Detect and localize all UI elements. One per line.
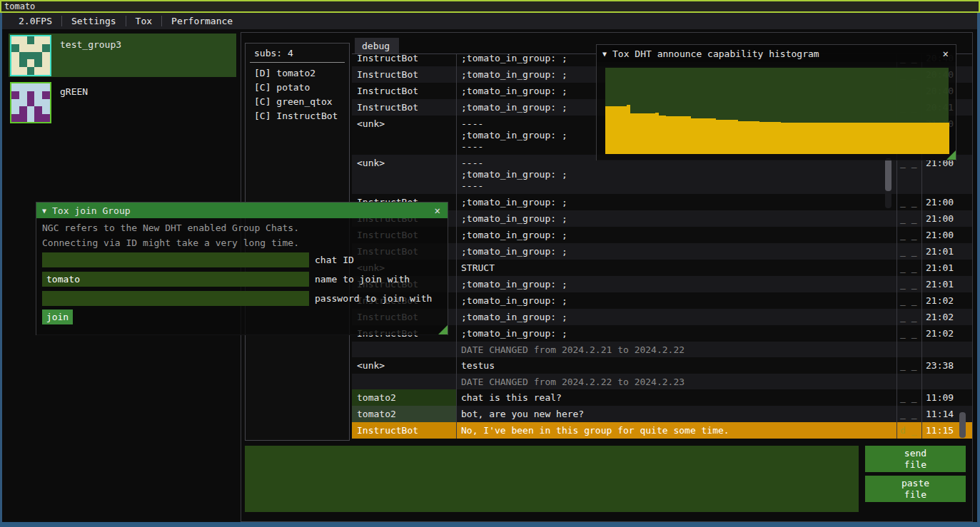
collapse-arrow-icon[interactable]: ▼	[602, 50, 607, 58]
avatar-pixel	[11, 44, 19, 52]
message-text-cell: bot, are you new here?	[456, 406, 896, 422]
message-text-cell: ;tomato_in_group: ;	[456, 276, 896, 292]
message-scrollbar-thumb[interactable]	[885, 158, 891, 191]
join-button[interactable]: join	[42, 309, 73, 324]
group-avatar	[10, 35, 51, 76]
avatar-pixel	[11, 36, 19, 44]
message-text-cell: testus	[456, 357, 896, 374]
message-time-cell: 21:01	[921, 260, 972, 276]
message-time-cell: 21:00	[921, 155, 972, 194]
paste-file-label-line1: paste	[901, 478, 929, 489]
sender-name-cell: <unk>	[352, 155, 456, 194]
group-item-test_group3[interactable]: test_group3	[9, 34, 236, 77]
sender-name-cell: InstructBot	[352, 54, 456, 66]
sender-name-cell: <unk>	[352, 357, 456, 374]
resize-grip[interactable]	[438, 325, 448, 334]
message-time-cell: 21:00	[921, 210, 972, 227]
close-icon[interactable]: ✕	[433, 205, 442, 216]
join-description-line1: NGC refers to the New DHT enabled Group …	[42, 222, 299, 233]
message-status-cell: _ _	[896, 406, 921, 422]
frame-edge-bottom	[0, 522, 980, 527]
avatar-pixel	[34, 99, 42, 107]
join-group-window-header[interactable]: ▼ Tox join Group ✕	[36, 203, 448, 218]
message-text-cell: ;tomato_in_group: ;	[456, 325, 896, 342]
message-time-cell: 23:38	[921, 357, 972, 374]
join-input-password-to-join-with[interactable]	[42, 291, 309, 306]
avatar-pixel	[34, 59, 42, 67]
avatar-pixel	[19, 114, 27, 122]
avatar-pixel	[27, 83, 35, 91]
message-status-cell: _ _	[896, 309, 921, 325]
dht-histogram-plot	[605, 68, 949, 154]
avatar-pixel	[27, 67, 35, 75]
date-changed-row: DATE CHANGED from 2024.2.21 to 2024.2.22	[352, 342, 972, 357]
avatar-pixel	[27, 99, 35, 107]
message-text-cell: ;tomato_in_group: ;	[456, 210, 896, 227]
menu-item-settings[interactable]: Settings	[62, 13, 126, 29]
fps-indicator: 2.0FPS	[9, 13, 61, 29]
table-scrollbar-thumb[interactable]	[959, 412, 966, 438]
chat-message-row: <unk>testus_ _23:38	[352, 357, 972, 374]
avatar-pixel	[19, 44, 27, 52]
message-status-cell: _ _	[896, 260, 921, 276]
os-titlebar: tomato	[0, 0, 980, 13]
avatar-pixel	[11, 59, 19, 67]
message-input[interactable]	[245, 446, 859, 512]
message-text-cell: ;tomato_in_group: ;	[456, 292, 896, 309]
frame-edge-right	[977, 13, 980, 522]
paste-file-button[interactable]: paste file	[865, 476, 966, 502]
group-item-gREEN[interactable]: gREEN	[9, 81, 236, 124]
avatar-pixel	[19, 106, 27, 114]
message-status-cell: _ _	[896, 292, 921, 309]
resize-grip[interactable]	[946, 150, 956, 160]
group-avatar	[10, 82, 51, 123]
avatar-pixel	[34, 36, 42, 44]
avatar-pixel	[42, 106, 50, 114]
menu-item-performance[interactable]: Performance	[162, 13, 242, 29]
subs-member-item[interactable]: [C] potato	[246, 80, 349, 94]
avatar-pixel	[34, 114, 42, 122]
avatar-pixel	[42, 59, 50, 67]
avatar-pixel	[34, 67, 42, 75]
message-text-cell: ;tomato_in_group: ;	[456, 309, 896, 325]
column-separator-name	[456, 54, 457, 439]
send-file-button[interactable]: send file	[865, 446, 966, 472]
message-time-cell: 21:02	[921, 309, 972, 325]
avatar-pixel	[34, 106, 42, 114]
subs-member-item[interactable]: [D] tomato2	[246, 66, 349, 80]
collapse-arrow-icon[interactable]: ▼	[42, 207, 46, 215]
message-multiline-text: ----;tomato_in_group: ;----	[461, 118, 567, 153]
message-time-cell: 21:01	[921, 243, 972, 260]
send-file-label-line1: send	[904, 448, 926, 459]
avatar-pixel	[34, 91, 42, 99]
subs-member-item[interactable]: [C] InstructBot	[246, 108, 349, 123]
avatar-pixel	[19, 36, 27, 44]
menu-item-tox[interactable]: Tox	[126, 13, 161, 29]
join-description-line2: Connecting via ID might take a very long…	[42, 237, 299, 248]
message-status-cell: d _	[896, 422, 921, 439]
join-group-window: ▼ Tox join Group ✕ NGC refers to the New…	[36, 202, 448, 335]
avatar-pixel	[27, 59, 35, 67]
histogram-bar	[945, 123, 949, 154]
dht-histogram-window-header[interactable]: ▼ Tox DHT announce capability histogram …	[597, 45, 956, 62]
close-icon[interactable]: ✕	[941, 48, 950, 59]
chat-message-row: InstructBotNo, I've been in this group f…	[352, 422, 972, 439]
avatar-pixel	[19, 67, 27, 75]
subs-member-item[interactable]: [C] green_qtox	[246, 94, 349, 108]
sender-name-cell: <unk>	[352, 116, 456, 155]
join-group-body: NGC refers to the New DHT enabled Group …	[36, 218, 448, 335]
avatar-pixel	[34, 83, 42, 91]
date-changed-text: DATE CHANGED from 2024.2.22 to 2024.2.23	[456, 374, 972, 389]
message-text-cell: ;tomato_in_group: ;	[456, 227, 896, 243]
message-status-cell: _ _	[896, 357, 921, 374]
avatar-pixel	[27, 44, 35, 52]
avatar-pixel	[27, 114, 35, 122]
join-input-name-to-join-with[interactable]	[42, 272, 309, 287]
avatar-pixel	[27, 36, 35, 44]
avatar-pixel	[11, 67, 19, 75]
dht-histogram-window: ▼ Tox DHT announce capability histogram …	[596, 44, 956, 160]
message-time-cell: 21:00	[921, 227, 972, 243]
tab-debug[interactable]: debug	[355, 38, 399, 54]
message-multiline-text: ----;tomato_in_group: ;----	[461, 158, 567, 192]
join-input-chat-ID[interactable]	[42, 252, 309, 267]
